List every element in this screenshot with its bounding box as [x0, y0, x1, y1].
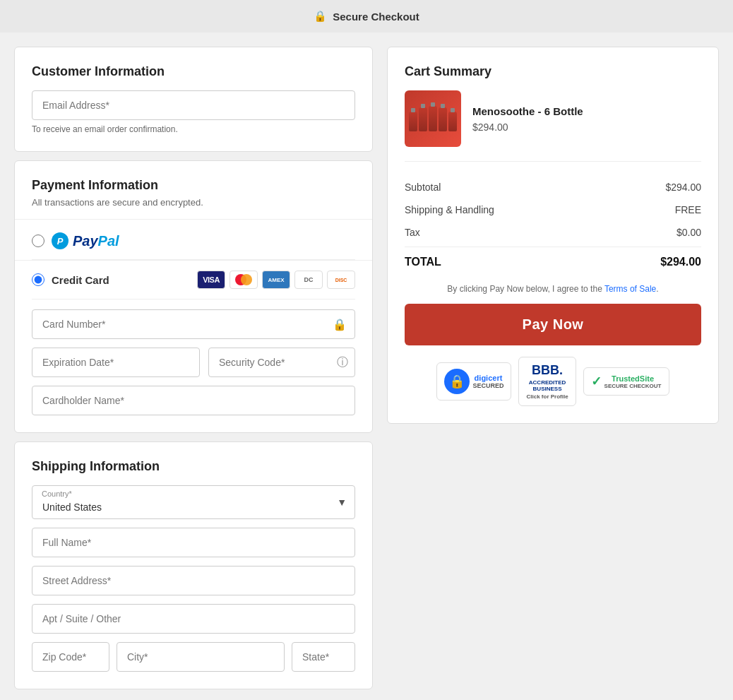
- full-name-wrapper: [32, 528, 355, 557]
- digicert-secured-text: SECURED: [472, 382, 503, 389]
- product-image: [405, 90, 461, 147]
- trustedsite-badge: ✓ TrustedSite SECURE CHECKOUT: [583, 367, 669, 396]
- amex-icon: AMEX: [262, 271, 290, 289]
- country-wrapper: Country* United States Canada United Kin…: [32, 485, 355, 519]
- subtotal-label: Subtotal: [405, 182, 441, 193]
- subtotal-row: Subtotal $294.00: [405, 176, 701, 198]
- terms-text: By clicking Pay Now below, I agree to th…: [405, 284, 701, 294]
- bottle-1: [409, 112, 417, 131]
- paypal-label[interactable]: P PayPal: [52, 232, 119, 249]
- mastercard-icon: [230, 271, 258, 289]
- country-label: Country*: [42, 490, 72, 498]
- state-input[interactable]: [292, 642, 355, 672]
- email-hint: To receive an email order confirmation.: [32, 124, 355, 134]
- card-number-wrapper: 🔒: [32, 309, 355, 339]
- email-field[interactable]: [32, 90, 355, 120]
- credit-card-radio[interactable]: [32, 273, 44, 286]
- paypal-logo: PayPal: [73, 233, 119, 249]
- tax-row: Tax $0.00: [405, 221, 701, 244]
- security-info-icon[interactable]: ⓘ: [337, 355, 348, 370]
- trustedsite-text: TrustedSite: [604, 374, 662, 383]
- shipping-label: Shipping & Handling: [405, 204, 494, 215]
- cardholder-name-input[interactable]: [32, 386, 355, 415]
- card-lock-icon: 🔒: [333, 318, 347, 331]
- tax-value: $0.00: [677, 227, 701, 238]
- card-number-input[interactable]: [32, 309, 355, 339]
- customer-info-card: Customer Information To receive an email…: [14, 47, 373, 152]
- zip-code-input[interactable]: [32, 642, 109, 672]
- trustedsite-check-icon: ✓: [591, 374, 602, 389]
- zip-city-state-row: [32, 642, 355, 672]
- digicert-badge: 🔒 digicert SECURED: [436, 362, 511, 401]
- right-column: Cart Summary Menosoothe - 6 Bottle $294.…: [387, 47, 719, 424]
- shipping-info-card: Shipping Information Country* United Sta…: [14, 441, 373, 689]
- terms-prefix: By clicking Pay Now below, I agree to th…: [447, 284, 602, 294]
- apt-suite-wrapper: [32, 604, 355, 634]
- credit-card-option[interactable]: Credit Card VISA AMEX DC: [32, 261, 355, 299]
- credit-card-row: Credit Card VISA AMEX DC: [32, 271, 355, 289]
- cardholder-wrapper: [32, 386, 355, 415]
- bbb-logo: BBB.: [532, 363, 563, 378]
- visa-icon: VISA: [197, 271, 225, 289]
- apt-suite-input[interactable]: [32, 604, 355, 634]
- street-address-wrapper: [32, 566, 355, 595]
- product-row: Menosoothe - 6 Bottle $294.00: [405, 90, 701, 162]
- credit-card-label: Credit Card: [32, 273, 109, 286]
- product-name: Menosoothe - 6 Bottle: [472, 105, 583, 117]
- cart-summary-title: Cart Summary: [405, 64, 701, 79]
- customer-info-title: Customer Information: [32, 64, 355, 79]
- svg-point-1: [241, 274, 252, 285]
- bbb-text: ACCREDITEDBUSINESS: [529, 379, 566, 392]
- shipping-value: FREE: [675, 204, 701, 215]
- paypal-radio[interactable]: [32, 235, 44, 247]
- credit-card-text[interactable]: Credit Card: [52, 274, 109, 286]
- bbb-click-text: Click for Profile: [526, 393, 568, 400]
- discover-icon: DISC: [327, 271, 355, 289]
- product-price: $294.00: [472, 121, 583, 133]
- secure-header: 🔒 Secure Checkout: [0, 0, 733, 32]
- lock-icon: 🔒: [314, 10, 327, 23]
- payment-info-title: Payment Information: [32, 178, 355, 193]
- shipping-info-title: Shipping Information: [32, 459, 355, 474]
- pay-now-button[interactable]: Pay Now: [405, 304, 701, 345]
- bottle-5: [448, 112, 457, 131]
- tax-label: Tax: [405, 227, 420, 238]
- trust-badges: 🔒 digicert SECURED BBB. ACCREDITEDBUSINE…: [405, 357, 701, 406]
- expiry-security-row: ⓘ: [32, 348, 355, 377]
- header-title: Secure Checkout: [333, 11, 419, 23]
- bottle-2: [419, 107, 427, 131]
- trustedsite-subtitle: SECURE CHECKOUT: [604, 383, 662, 389]
- terms-link[interactable]: Terms of Sale: [604, 284, 656, 294]
- shipping-row: Shipping & Handling FREE: [405, 198, 701, 221]
- digicert-text: digicert: [472, 374, 503, 382]
- street-address-input[interactable]: [32, 566, 355, 595]
- country-select[interactable]: United States Canada United Kingdom: [32, 485, 355, 519]
- cart-summary-card: Cart Summary Menosoothe - 6 Bottle $294.…: [387, 47, 719, 424]
- subtotal-value: $294.00: [665, 182, 701, 193]
- security-code-input[interactable]: [208, 348, 355, 377]
- bottle-4: [439, 107, 447, 131]
- total-label: TOTAL: [405, 256, 441, 268]
- payment-info-subtitle: All transactions are secure and encrypte…: [32, 197, 355, 208]
- paypal-p-icon: P: [52, 232, 68, 249]
- product-info: Menosoothe - 6 Bottle $294.00: [472, 105, 583, 133]
- bbb-badge: BBB. ACCREDITEDBUSINESS Click for Profil…: [518, 357, 576, 406]
- full-name-input[interactable]: [32, 528, 355, 557]
- bottle-3: [429, 106, 437, 131]
- left-column: Customer Information To receive an email…: [14, 47, 373, 689]
- digicert-shield-icon: 🔒: [444, 369, 470, 394]
- total-row: TOTAL $294.00: [405, 247, 701, 274]
- total-value: $294.00: [660, 256, 701, 268]
- card-icons: VISA AMEX DC DISC: [197, 271, 355, 289]
- city-input[interactable]: [117, 642, 285, 672]
- security-code-wrapper: ⓘ: [208, 348, 355, 377]
- diners-icon: DC: [294, 271, 323, 289]
- expiration-input[interactable]: [32, 348, 200, 377]
- payment-info-card: Payment Information All transactions are…: [14, 160, 373, 433]
- bottle-group: [409, 106, 457, 131]
- paypal-option[interactable]: P PayPal: [32, 223, 355, 260]
